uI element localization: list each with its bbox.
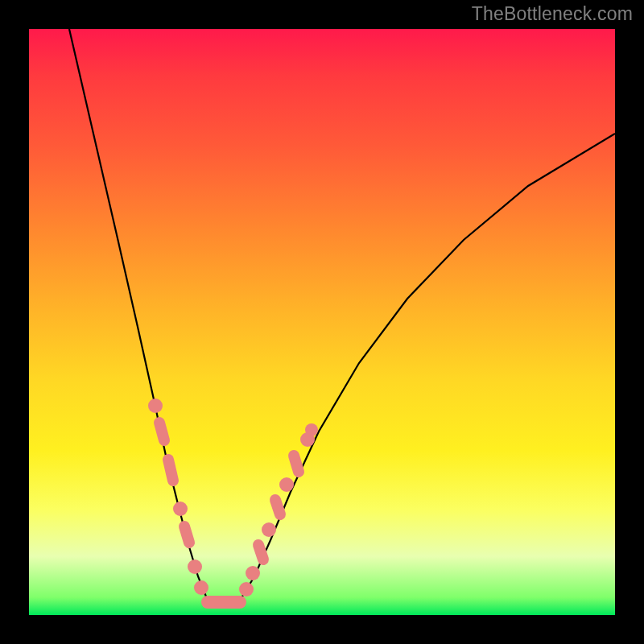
bead-capsule bbox=[168, 460, 173, 481]
bead-capsule bbox=[159, 423, 164, 440]
bead-dot bbox=[262, 522, 276, 537]
chart-svg bbox=[29, 29, 615, 615]
curve-left-branch bbox=[69, 29, 208, 601]
bead-dot bbox=[246, 566, 260, 580]
bead-capsule bbox=[184, 526, 189, 543]
bead-dot bbox=[279, 477, 294, 492]
watermark-text: TheBottleneck.com bbox=[472, 3, 633, 25]
bead-dot bbox=[194, 580, 208, 595]
bead-dot bbox=[173, 502, 188, 516]
bead-capsule bbox=[275, 500, 280, 514]
curve-right-branch bbox=[240, 134, 615, 601]
chart-frame bbox=[29, 29, 615, 615]
bead-dot bbox=[305, 423, 318, 436]
bead-dot bbox=[239, 582, 254, 597]
bead-dot bbox=[188, 559, 202, 574]
bead-cluster-right bbox=[239, 423, 318, 597]
bead-capsule bbox=[294, 456, 299, 472]
bead-capsule bbox=[258, 545, 263, 559]
bead-cluster-left bbox=[148, 398, 208, 595]
bead-dot bbox=[148, 398, 163, 413]
